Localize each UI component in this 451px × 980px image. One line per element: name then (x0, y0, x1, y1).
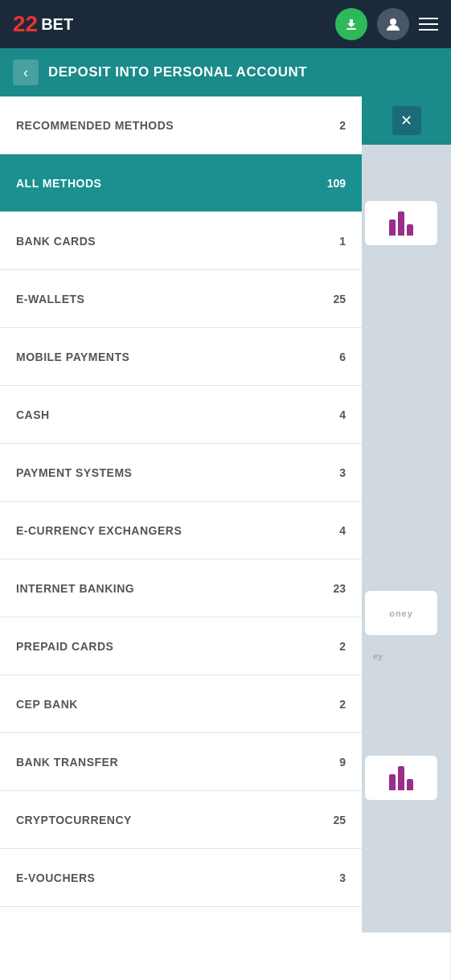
menu-item-cash[interactable]: CASH 4 (0, 386, 362, 444)
menu-item-label: CEP BANK (16, 698, 78, 711)
menu-item-label: RECOMMENDED METHODS (16, 119, 174, 132)
svg-rect-0 (346, 28, 356, 30)
download-icon (343, 16, 359, 32)
menu-item-prepaid-cards[interactable]: PREPAID CARDS 2 (0, 617, 362, 675)
menu-item-count: 23 (333, 582, 346, 595)
menu-item-label: BANK TRANSFER (16, 756, 118, 769)
bg-card-3 (365, 756, 437, 800)
menu-item-e-currency-exchangers[interactable]: E-CURRENCY EXCHANGERS 4 (0, 502, 362, 560)
menu-item-count: 1 (339, 235, 346, 248)
logo-bet: BET (41, 15, 73, 34)
menu-item-count: 6 (339, 351, 346, 363)
user-button[interactable] (377, 8, 409, 40)
dropdown-panel: RECOMMENDED METHODS 2 ALL METHODS 109 BA… (0, 96, 362, 980)
nav-icons (335, 8, 438, 40)
menu-item-cryptocurrency[interactable]: CRYPTOCURRENCY 25 (0, 791, 362, 849)
menu-item-internet-banking[interactable]: INTERNET BANKING 23 (0, 560, 362, 617)
menu-item-count: 3 (339, 466, 346, 479)
menu-item-bank-cards[interactable]: BANK CARDS 1 (0, 212, 362, 270)
menu-item-cep-bank[interactable]: CEP BANK 2 (0, 675, 362, 733)
menu-item-count: 2 (339, 698, 346, 711)
back-button[interactable]: ‹ (13, 59, 39, 85)
menu-item-label: BANK CARDS (16, 235, 96, 248)
download-button[interactable] (335, 8, 367, 40)
menu-item-all-methods[interactable]: ALL METHODS 109 (0, 154, 362, 212)
bg-card-2: oney (365, 591, 437, 635)
menu-item-label: E-WALLETS (16, 293, 84, 305)
navbar: 22 BET (0, 0, 451, 48)
menu-item-label: PREPAID CARDS (16, 640, 113, 653)
menu-item-label: INTERNET BANKING (16, 582, 134, 595)
deposit-title: DEPOSIT INTO PERSONAL ACCOUNT (48, 64, 307, 80)
logo-22: 22 (13, 13, 38, 35)
bg-card-1 (365, 201, 437, 245)
svg-point-1 (390, 18, 396, 25)
menu-item-bank-transfer[interactable]: BANK TRANSFER 9 (0, 733, 362, 791)
menu-item-recommended-methods[interactable]: RECOMMENDED METHODS 2 (0, 96, 362, 154)
menu-item-mobile-payments[interactable]: MOBILE PAYMENTS 6 (0, 328, 362, 386)
menu-item-count: 25 (333, 293, 346, 305)
menu-item-label: ALL METHODS (16, 177, 101, 190)
menu-item-label: E-VOUCHERS (16, 871, 95, 884)
main-content: RECOMMENDED METHODS 2 ALL METHODS 109 BA… (0, 96, 451, 980)
menu-item-count: 109 (327, 177, 346, 190)
menu-item-count: 2 (339, 119, 346, 132)
user-icon (385, 16, 401, 32)
deposit-header: ‹ DEPOSIT INTO PERSONAL ACCOUNT (0, 48, 451, 96)
menu-item-count: 4 (339, 408, 346, 421)
menu-item-count: 25 (333, 814, 346, 826)
menu-item-label: E-CURRENCY EXCHANGERS (16, 524, 182, 537)
close-btn-area: ✕ (362, 96, 451, 145)
logo: 22 BET (13, 13, 73, 35)
menu-item-label: CASH (16, 408, 50, 421)
menu-item-label: CRYPTOCURRENCY (16, 814, 132, 826)
menu-item-count: 4 (339, 524, 346, 537)
hamburger-menu[interactable] (419, 18, 438, 31)
close-button[interactable]: ✕ (392, 106, 421, 135)
menu-item-count: 3 (339, 871, 346, 884)
menu-item-e-wallets[interactable]: E-WALLETS 25 (0, 270, 362, 328)
menu-item-count: 2 (339, 640, 346, 653)
menu-item-label: MOBILE PAYMENTS (16, 351, 129, 363)
menu-item-payment-systems[interactable]: PAYMENT SYSTEMS 3 (0, 444, 362, 502)
bg-text-1: ey (373, 651, 383, 661)
right-background: ✕ oney ey (362, 96, 451, 980)
menu-item-label: PAYMENT SYSTEMS (16, 466, 132, 479)
menu-item-count: 9 (339, 756, 346, 769)
menu-item-e-vouchers[interactable]: E-VOUCHERS 3 (0, 849, 362, 907)
